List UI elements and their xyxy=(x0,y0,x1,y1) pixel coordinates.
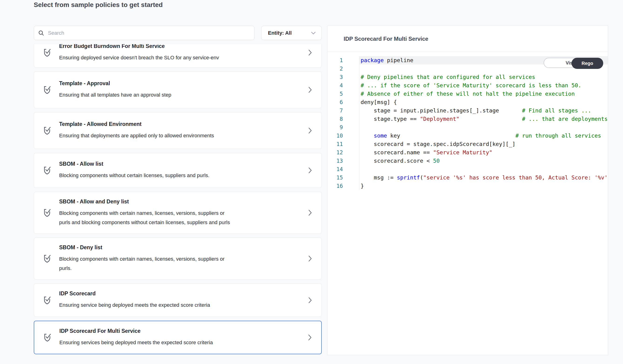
policy-card-texts: SBOM - Allow list Blocking components wi… xyxy=(59,161,303,180)
policy-card-title: Template - Allowed Environment xyxy=(59,121,303,127)
policy-card-title: IDP Scorecard For Multi Service xyxy=(59,328,303,334)
code-line-content: msg := sprintf("service '%s' has score l… xyxy=(359,173,608,182)
policy-card-title: SBOM - Deny list xyxy=(59,244,303,251)
shield-check-icon xyxy=(43,86,52,94)
policy-card-texts: IDP Scorecard For Multi Service Ensuring… xyxy=(59,328,303,347)
policy-card-title: Error Budget Burndown For Multi Service xyxy=(59,44,303,49)
chevron-right-icon[interactable] xyxy=(308,86,312,93)
shield-check-icon xyxy=(43,126,52,135)
policy-card-description: Blocking components with certain names, … xyxy=(59,209,236,227)
editor-mode-toggle[interactable]: Visual Rego xyxy=(544,58,603,68)
policy-card[interactable]: SBOM - Allow and Deny list Blocking comp… xyxy=(34,192,322,234)
line-number: 1 xyxy=(328,56,343,64)
policy-card-texts: IDP Scorecard Ensuring service being dep… xyxy=(59,290,303,310)
policy-card-title: IDP Scorecard xyxy=(59,290,303,297)
code-line: 11 scorecard = stage.spec.idpScorecard[k… xyxy=(328,140,608,148)
chevron-right-icon[interactable] xyxy=(308,209,312,216)
code-line-content: } xyxy=(359,182,608,190)
code-line-content: stage = input.pipeline.stages[_].stage #… xyxy=(359,106,608,115)
shield-check-icon xyxy=(43,254,52,263)
code-line: 15 msg := sprintf("service '%s' has scor… xyxy=(328,173,608,182)
policy-card-description: Ensuring that all templates have an appr… xyxy=(59,90,236,100)
code-line-content: # ... if the score of 'Service Maturity'… xyxy=(359,81,608,90)
line-number: 8 xyxy=(328,115,343,123)
policy-card-texts: Template - Allowed Environment Ensuring … xyxy=(59,121,303,140)
detail-title: IDP Scorecard For Multi Service xyxy=(344,36,428,42)
line-number: 3 xyxy=(328,73,343,81)
chevron-right-icon[interactable] xyxy=(308,334,312,341)
chevron-right-icon[interactable] xyxy=(308,297,312,304)
entity-filter-label: Entity: All xyxy=(268,30,310,36)
code-line-content: some key # run through all services xyxy=(359,131,608,140)
policy-card[interactable]: IDP Scorecard For Multi Service Ensuring… xyxy=(34,321,322,354)
code-line-content xyxy=(359,165,608,173)
policy-card-description: Blocking components with certain names, … xyxy=(59,254,236,273)
shield-check-icon xyxy=(43,48,52,57)
chevron-right-icon[interactable] xyxy=(308,127,312,134)
chevron-right-icon[interactable] xyxy=(308,167,312,174)
chevron-down-icon xyxy=(310,31,316,35)
code-line: 8 stage.type == "Deployment" # ... that … xyxy=(328,115,608,123)
line-number: 15 xyxy=(328,173,343,182)
code-line: 12 scorecard.name == "Service Maturity" xyxy=(328,148,608,157)
line-number: 9 xyxy=(328,123,343,131)
line-number: 6 xyxy=(328,98,343,106)
search-icon xyxy=(38,30,44,36)
line-number: 7 xyxy=(328,106,343,115)
code-line-content: deny[msg] { xyxy=(359,98,608,106)
policy-card-title: Template - Approval xyxy=(59,80,303,86)
policy-card-description: Ensuring deployed service doesn't breach… xyxy=(59,53,236,62)
policy-card-texts: SBOM - Allow and Deny list Blocking comp… xyxy=(59,198,303,227)
code-line-content: scorecard = stage.spec.idpScorecard[key]… xyxy=(359,140,608,148)
policy-card[interactable]: SBOM - Allow list Blocking components wi… xyxy=(34,153,322,188)
policy-card-texts: SBOM - Deny list Blocking components wit… xyxy=(59,244,303,273)
code-line-content: stage.type == "Deployment" # ... that ar… xyxy=(359,115,608,123)
rego-code-editor[interactable]: 1 package pipeline 2 3 # Deny pipelines … xyxy=(328,52,608,190)
policy-card-description: Blocking components without certain lice… xyxy=(59,171,236,180)
chevron-right-icon[interactable] xyxy=(308,49,312,56)
code-line-content: scorecard.score < 50 xyxy=(359,157,608,165)
code-line-content: scorecard.name == "Service Maturity" xyxy=(359,148,608,157)
line-number: 5 xyxy=(328,90,343,98)
policy-card-title: SBOM - Allow list xyxy=(59,161,303,167)
code-line: 6 deny[msg] { xyxy=(328,98,608,106)
line-number: 2 xyxy=(328,64,343,73)
code-line: 7 stage = input.pipeline.stages[_].stage… xyxy=(328,106,608,115)
line-number: 10 xyxy=(328,131,343,140)
policy-card[interactable]: SBOM - Deny list Blocking components wit… xyxy=(34,238,322,279)
code-line-content: # Deny pipelines that are configured for… xyxy=(359,73,608,81)
page-title: Select from sample policies to get start… xyxy=(34,0,163,10)
search-box[interactable] xyxy=(34,26,254,40)
code-line-content: # Absence of either of these will not ha… xyxy=(359,90,608,98)
rego-toggle-button[interactable]: Rego xyxy=(572,58,603,69)
code-line-content xyxy=(359,123,608,131)
entity-filter-dropdown[interactable]: Entity: All xyxy=(261,26,322,40)
code-line: 14 xyxy=(328,165,608,173)
policy-card-description: Ensuring service being deployed meets th… xyxy=(59,300,236,310)
code-line: 13 scorecard.score < 50 xyxy=(328,157,608,165)
line-number: 11 xyxy=(328,140,343,148)
detail-header: IDP Scorecard For Multi Service xyxy=(328,26,608,52)
policy-card-description: Ensuring that deployments are applied on… xyxy=(59,131,236,140)
policy-card[interactable]: Error Budget Burndown For Multi Service … xyxy=(34,44,322,67)
line-number: 13 xyxy=(328,157,343,165)
policy-card-texts: Template - Approval Ensuring that all te… xyxy=(59,80,303,100)
chevron-right-icon[interactable] xyxy=(308,255,312,262)
policy-list: Error Budget Burndown For Multi Service … xyxy=(34,44,322,356)
line-number: 4 xyxy=(328,81,343,90)
policy-card[interactable]: Template - Allowed Environment Ensuring … xyxy=(34,112,322,149)
policy-card-title: SBOM - Allow and Deny list xyxy=(59,198,303,205)
search-input[interactable] xyxy=(48,30,250,36)
policy-card-texts: Error Budget Burndown For Multi Service … xyxy=(59,44,303,62)
code-line: 9 xyxy=(328,123,608,131)
policy-card[interactable]: IDP Scorecard Ensuring service being dep… xyxy=(34,283,322,317)
policy-detail-panel: IDP Scorecard For Multi Service Visual R… xyxy=(327,26,608,355)
shield-check-icon xyxy=(43,296,52,305)
line-number: 12 xyxy=(328,148,343,157)
shield-check-icon xyxy=(44,333,52,342)
policy-card[interactable]: Template - Approval Ensuring that all te… xyxy=(34,71,322,108)
code-line: 4 # ... if the score of 'Service Maturit… xyxy=(328,81,608,90)
code-line: 5 # Absence of either of these will not … xyxy=(328,90,608,98)
line-number: 16 xyxy=(328,182,343,190)
shield-check-icon xyxy=(43,166,52,175)
